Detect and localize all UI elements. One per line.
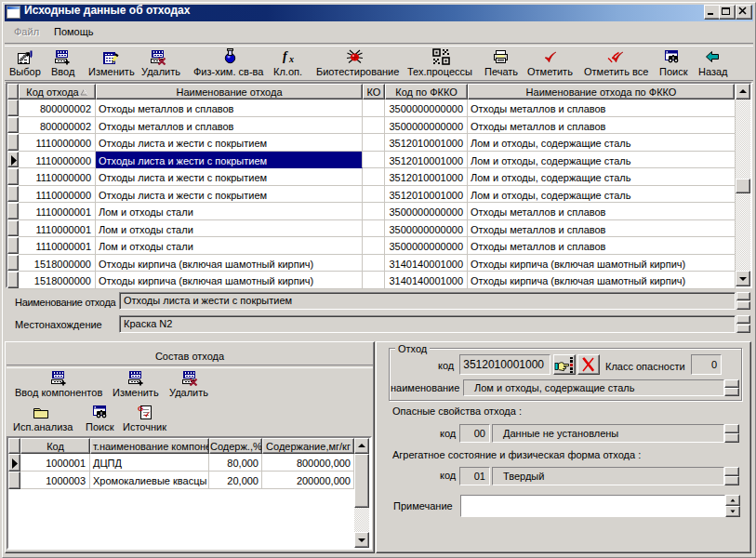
svg-text:f: f bbox=[283, 49, 288, 63]
svg-text:x: x bbox=[288, 54, 294, 64]
svg-text:G: G bbox=[138, 405, 143, 413]
